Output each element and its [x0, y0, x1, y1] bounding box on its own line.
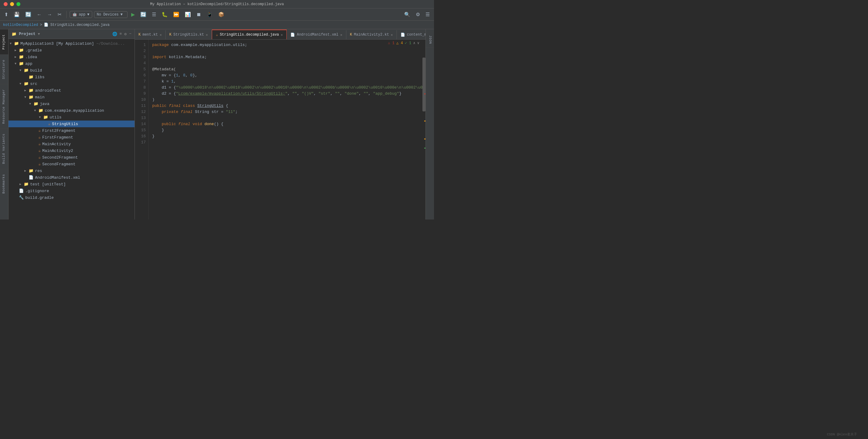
- tab-close-ment[interactable]: ✕: [160, 33, 162, 37]
- sidebar-item-bookmarks[interactable]: Bookmarks: [0, 169, 8, 199]
- tree-item-firstfragment[interactable]: ☕ FirstFragment: [8, 134, 134, 141]
- tree-item-java[interactable]: ▼ 📁 java: [8, 100, 134, 107]
- tree-item-buildgradle[interactable]: 🔧 build.gradle: [8, 194, 134, 201]
- right-panel-tab-json[interactable]: JSON: [426, 32, 434, 48]
- toolbar-debug-btn[interactable]: 🐛: [160, 10, 169, 19]
- project-header-arrow[interactable]: ▼: [38, 32, 40, 36]
- tree-item-gradle[interactable]: ▶ 📁 .gradle: [8, 47, 134, 54]
- device-selector[interactable]: No Devices ▼: [94, 11, 127, 18]
- toolbar-open-btn[interactable]: ⬆: [2, 10, 10, 19]
- tree-item-root[interactable]: ▼ 📁 MyApplication3 [My Application] ~/Do…: [8, 40, 134, 47]
- toolbar-menu-btn[interactable]: ☰: [424, 10, 432, 19]
- tree-arrow-build: ▼: [20, 69, 24, 72]
- toolbar-settings-btn[interactable]: ⚙: [414, 10, 422, 19]
- tree-item-stringutils[interactable]: ☕ StringUtils: [8, 121, 134, 127]
- folder-icon-main: 📁: [29, 95, 33, 99]
- code-editor: 12345 678910 1112131415 1617 package com…: [135, 39, 426, 220]
- tree-arrow-src: ▼: [20, 82, 24, 86]
- window-controls[interactable]: [4, 2, 21, 6]
- app-selector[interactable]: 🤖 app ▼: [70, 11, 92, 18]
- toolbar-avd-btn[interactable]: 📦: [216, 10, 226, 19]
- toolbar-stop-btn[interactable]: ⏹: [194, 11, 203, 19]
- tree-icon-globe[interactable]: 🌐: [112, 32, 117, 36]
- tree-label-mainactivity: MainActivity: [42, 142, 71, 146]
- right-panel: JSON: [426, 29, 434, 220]
- tab-ment[interactable]: K ment.kt ✕: [135, 30, 165, 39]
- toolbar-sync-btn[interactable]: 🔄: [24, 10, 33, 19]
- tree-item-main[interactable]: ▼ 📁 main: [8, 94, 134, 100]
- code-line-4: [152, 60, 419, 66]
- tab-content-ma[interactable]: 📄 content_ma...: [397, 30, 426, 39]
- toolbar-cut-btn[interactable]: ✂: [56, 10, 63, 19]
- code-line-10: ): [152, 97, 419, 103]
- maximize-button[interactable]: [17, 2, 21, 6]
- tree-label-main: main: [35, 95, 44, 99]
- tree-item-test[interactable]: ▶ 📁 test [unitTest]: [8, 181, 134, 187]
- sidebar-item-build-variants[interactable]: Build Variants: [0, 128, 8, 169]
- tab-androidmanifest[interactable]: 📄 AndroidManifest.xml ✕: [287, 30, 346, 39]
- tree-item-first2fragment[interactable]: ☕ First2Fragment: [8, 127, 134, 134]
- tab-close-mainactivity2[interactable]: ✕: [391, 33, 393, 37]
- tree-item-mainactivity[interactable]: ☕ MainActivity: [8, 141, 134, 147]
- tree-item-androidtest[interactable]: ▶ 📁 androidTest: [8, 87, 134, 94]
- tree-label-secondfragment: SecondFragment: [42, 162, 75, 167]
- tab-stringutils-decompiled[interactable]: ☕ StringUtils.decompiled.java ✕: [212, 30, 287, 39]
- sidebar-item-project[interactable]: Project: [0, 29, 8, 55]
- tree-label-gitignore: .gitignore: [25, 189, 49, 193]
- sidebar-item-resource-manager[interactable]: Resource Manager: [0, 84, 8, 129]
- toolbar-forward-btn[interactable]: →: [45, 11, 54, 19]
- toolbar-device-manager-btn[interactable]: 📱: [205, 10, 215, 19]
- toolbar-list-btn[interactable]: ☰: [150, 10, 158, 19]
- sidebar-item-structure[interactable]: Structure: [0, 55, 8, 84]
- tree-item-secondfragment[interactable]: ☕ SecondFragment: [8, 161, 134, 168]
- toolbar-run-btn[interactable]: ▶: [129, 10, 137, 19]
- tree-item-res[interactable]: ▶ 📁 res: [8, 168, 134, 174]
- tree-arrow-package: ▼: [34, 109, 38, 112]
- toolbar-coverage-btn[interactable]: 📊: [183, 10, 193, 19]
- toolbar-profile-btn[interactable]: ⏩: [172, 10, 181, 19]
- toolbar-replay-btn[interactable]: 🔄: [138, 10, 148, 19]
- tab-close-stringutils-kt[interactable]: ✕: [206, 33, 208, 37]
- tree-icon-collapse[interactable]: −: [129, 32, 131, 36]
- tree-item-gitignore[interactable]: 📄 .gitignore: [8, 187, 134, 194]
- folder-icon-res: 📁: [29, 168, 33, 173]
- tab-close-stringutils-decompiled[interactable]: ✕: [281, 33, 283, 37]
- tree-item-app[interactable]: ▼ 📁 app: [8, 60, 134, 67]
- toolbar-save-btn[interactable]: 💾: [12, 10, 22, 19]
- tab-close-androidmanifest[interactable]: ✕: [340, 33, 342, 37]
- tab-mainactivity2[interactable]: K MainActivity2.kt ✕: [346, 30, 397, 39]
- toolbar-sep-1: [66, 11, 67, 18]
- tree-item-utils[interactable]: ▼ 📁 utils: [8, 114, 134, 121]
- editor-scrollbar-thumb[interactable]: [423, 58, 426, 111]
- editor-area: K ment.kt ✕ K StringUtils.kt ✕ ☕ StringU…: [135, 29, 426, 220]
- tree-item-src[interactable]: ▼ 📁 src: [8, 80, 134, 87]
- folder-icon-utils: 📁: [43, 115, 48, 120]
- nav-down-btn[interactable]: ∨: [417, 41, 420, 46]
- project-tree-header: 📁 Project ▼ 🌐 ≡ ⚙ −: [8, 29, 134, 39]
- tree-item-mainactivity2[interactable]: ☕ MainActivity2: [8, 147, 134, 154]
- toolbar-back-btn[interactable]: ←: [35, 11, 43, 19]
- tree-item-build[interactable]: ▼ 📁 build: [8, 67, 134, 74]
- editor-scrollbar[interactable]: [423, 39, 426, 220]
- tree-item-idea[interactable]: ▶ 📁 .idea: [8, 54, 134, 60]
- tree-icon-filter[interactable]: ⚙: [124, 32, 127, 36]
- close-button[interactable]: [4, 2, 8, 6]
- tree-item-package[interactable]: ▼ 📁 com.example.myapplication: [8, 107, 134, 114]
- minimize-button[interactable]: [10, 2, 14, 6]
- tree-item-manifest[interactable]: 📄 AndroidManifest.xml: [8, 174, 134, 181]
- tree-item-second2fragment[interactable]: ☕ Second2Fragment: [8, 154, 134, 161]
- breadcrumb-part-2: StringUtils.decompiled.java: [50, 23, 109, 27]
- nav-up-btn[interactable]: ∧: [413, 41, 415, 46]
- tree-arrow-secondfragment: [34, 163, 38, 166]
- folder-icon-package: 📁: [38, 108, 43, 113]
- tree-item-libs[interactable]: 📁 libs: [8, 74, 134, 80]
- toolbar-search-btn[interactable]: 🔍: [402, 10, 412, 19]
- tree-arrow-mainactivity2: [34, 149, 38, 152]
- tree-arrow-firstfragment: [34, 136, 38, 139]
- tree-label-root: MyApplication3 [My Application] ~/Downlo…: [21, 41, 125, 46]
- breadcrumb-part-1[interactable]: kotlinDecompiled: [3, 23, 38, 27]
- tree-icon-align[interactable]: ≡: [120, 32, 122, 36]
- code-line-8: d1 = {"\u0000\u0018\n\u0002\u0018\u0002\…: [152, 85, 419, 91]
- tab-stringutils-kt[interactable]: K StringUtils.kt ✕: [165, 30, 212, 39]
- code-content[interactable]: package com.example.myapplication.utils;…: [149, 39, 423, 220]
